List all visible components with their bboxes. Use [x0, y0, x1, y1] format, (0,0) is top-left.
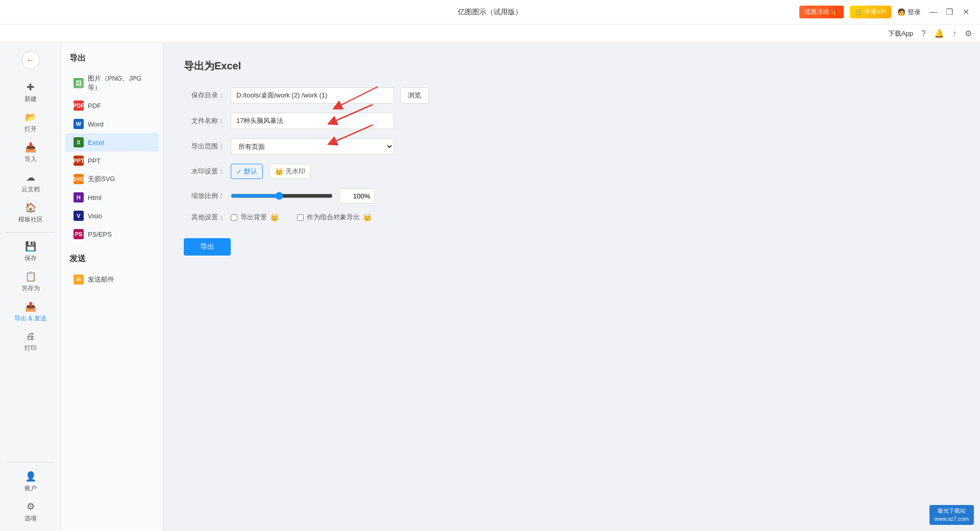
sidebar-item-open-label: 打开 — [24, 125, 37, 134]
template-icon: 🏠 — [25, 202, 36, 213]
panel-item-visio[interactable]: V Visio — [65, 207, 159, 225]
group-export-help-icon[interactable]: 👑 — [363, 213, 372, 221]
export-form-title: 导出为Excel — [184, 59, 960, 73]
png-icon: 🖼 — [74, 78, 84, 88]
sidebar-item-export[interactable]: 📤 导出 & 发送 — [0, 297, 61, 327]
sidebar-item-new[interactable]: ✚ 新建 — [0, 78, 61, 108]
sidebar-item-open[interactable]: 📂 打开 — [0, 108, 61, 138]
cloud-icon: ☁ — [26, 172, 35, 183]
options-icon: ⚙ — [27, 501, 35, 512]
scale-slider[interactable] — [231, 192, 333, 200]
watermark-row: 水印设置： ✓ 默认 👑 无水印 — [184, 164, 960, 179]
group-export-checkbox[interactable] — [297, 214, 304, 221]
print-icon: 🖨 — [26, 331, 35, 342]
app-title: 亿图图示（试用版） — [458, 8, 522, 17]
panel-item-html[interactable]: H Html — [65, 188, 159, 207]
file-name-label: 文件名称： — [184, 116, 225, 125]
download-app-button[interactable]: 下载App — [888, 29, 913, 38]
import-icon: 📥 — [25, 142, 36, 153]
sidebar-item-save-label: 保存 — [24, 254, 37, 263]
watermark-checkmark: ✓ — [236, 168, 242, 175]
vip-button[interactable]: 🛒 开通VIP — [850, 6, 892, 18]
panel-item-svg[interactable]: SVG 无损SVG — [65, 170, 159, 188]
account-icon: 👤 — [25, 471, 36, 482]
settings-icon[interactable]: ⚙ — [965, 29, 972, 38]
panel-item-excel[interactable]: X Excel — [65, 133, 159, 151]
sidebar-item-export-label: 导出 & 发送 — [14, 314, 46, 323]
panel-item-pdf-label: PDF — [88, 102, 101, 110]
left-panel: 导出 🖼 图片（PNG、JPG等） PDF PDF W Word X Excel… — [61, 43, 163, 531]
title-bar: 亿图图示（试用版） 优惠活动 🎁 🛒 开通VIP 🧑 登录 — ❐ ✕ — [0, 0, 980, 24]
open-icon: 📂 — [25, 112, 36, 123]
other-settings-label: 其他设置： — [184, 213, 225, 222]
help-icon[interactable]: ? — [921, 29, 926, 38]
sidebar-divider-2 — [6, 462, 55, 463]
main-content: 导出为Excel 保存目录： 浏览 文件名称： 导出范围： 所有页面 当前页面 … — [163, 43, 980, 531]
saveas-icon: 📋 — [25, 271, 36, 282]
save-path-label: 保存目录： — [184, 91, 225, 100]
sidebar-item-cloud[interactable]: ☁ 云文档 — [0, 168, 61, 198]
export-icon: 📤 — [25, 301, 36, 312]
promo-button[interactable]: 优惠活动 🎁 — [799, 6, 843, 18]
back-button[interactable]: ← — [21, 51, 40, 69]
sidebar-item-import[interactable]: 📥 导入 — [0, 138, 61, 168]
watermark-line1: 极光下载站 — [938, 507, 966, 515]
share-icon[interactable]: ↑ — [952, 29, 957, 38]
panel-item-word-label: Word — [88, 120, 104, 128]
pdf-icon: PDF — [74, 100, 84, 111]
watermark-default-btn[interactable]: ✓ 默认 — [231, 164, 263, 179]
panel-item-excel-label: Excel — [88, 139, 104, 146]
sidebar-item-save[interactable]: 💾 保存 — [0, 237, 61, 267]
save-path-input[interactable] — [231, 87, 394, 104]
watermark-default-label: 默认 — [244, 167, 257, 176]
panel-item-word[interactable]: W Word — [65, 115, 159, 133]
login-button[interactable]: 🧑 登录 — [897, 8, 921, 17]
panel-item-png-label: 图片（PNG、JPG等） — [88, 74, 151, 92]
scale-input[interactable] — [339, 188, 375, 204]
other-settings-row: 其他设置： 导出背景 👑 作为组合对象导出 👑 — [184, 213, 960, 222]
sidebar-item-print-label: 打印 — [24, 344, 37, 352]
minimize-button[interactable]: — — [927, 6, 939, 18]
watermark-none-label: 无水印 — [285, 167, 305, 176]
mail-icon: ✉ — [74, 274, 84, 285]
export-range-select[interactable]: 所有页面 当前页面 自定义 — [231, 138, 394, 155]
panel-item-ps[interactable]: PS PS/EPS — [65, 225, 159, 243]
visio-icon: V — [74, 211, 84, 221]
panel-item-email[interactable]: ✉ 发送邮件 — [65, 270, 159, 289]
word-icon: W — [74, 119, 84, 129]
export-bg-help-icon[interactable]: 👑 — [270, 213, 279, 221]
sidebar-item-template[interactable]: 🏠 模板社区 — [0, 198, 61, 228]
export-range-row: 导出范围： 所有页面 当前页面 自定义 — [184, 138, 960, 155]
html-icon: H — [74, 192, 84, 203]
watermark-badge: 极光下载站 www.xz7.com — [929, 505, 974, 525]
sidebar-divider-1 — [6, 232, 55, 233]
sidebar-item-options-label: 选项 — [24, 514, 37, 523]
export-button[interactable]: 导出 — [184, 238, 231, 256]
group-export-label: 作为组合对象导出 — [307, 213, 360, 222]
panel-item-svg-label: 无损SVG — [88, 174, 115, 184]
panel-item-visio-label: Visio — [88, 212, 102, 220]
sidebar-item-print[interactable]: 🖨 打印 — [0, 327, 61, 357]
export-bg-label: 导出背景 — [240, 213, 267, 222]
file-name-input[interactable] — [231, 113, 394, 129]
download-bar: 下载App ? 🔔 ↑ ⚙ — [0, 24, 980, 43]
sidebar-item-options[interactable]: ⚙ 选项 — [0, 497, 61, 527]
close-button[interactable]: ✕ — [960, 6, 972, 18]
scale-row: 缩放比例： — [184, 188, 960, 204]
file-name-row: 文件名称： — [184, 113, 960, 129]
browse-button[interactable]: 浏览 — [400, 87, 429, 104]
watermark-label: 水印设置： — [184, 167, 225, 176]
export-section-title: 导出 — [61, 51, 163, 70]
panel-item-pdf[interactable]: PDF PDF — [65, 96, 159, 115]
sidebar-item-saveas[interactable]: 📋 另存为 — [0, 267, 61, 297]
panel-item-ppt[interactable]: PPT PPT — [65, 151, 159, 170]
sidebar-item-account[interactable]: 👤 账户 — [0, 467, 61, 497]
watermark-none-btn[interactable]: 👑 无水印 — [269, 164, 311, 179]
restore-button[interactable]: ❐ — [943, 6, 955, 18]
export-bg-checkbox[interactable] — [231, 214, 237, 221]
panel-item-png[interactable]: 🖼 图片（PNG、JPG等） — [65, 70, 159, 96]
save-path-row: 保存目录： 浏览 — [184, 87, 960, 104]
bell-icon[interactable]: 🔔 — [934, 29, 944, 38]
group-export-checkbox-group: 作为组合对象导出 👑 — [297, 213, 372, 222]
crown-icon: 👑 — [275, 167, 283, 175]
